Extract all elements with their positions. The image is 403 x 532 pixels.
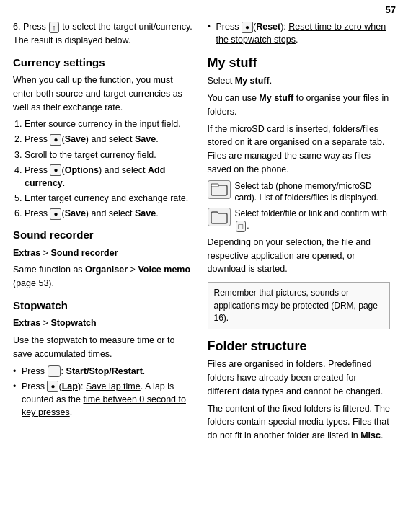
currency-step-3: Scroll to the target currency field. — [25, 148, 196, 161]
note-box: Remember that pictures, sounds or applic… — [208, 282, 391, 329]
confirm-icon: □ — [236, 221, 247, 232]
note-text: Remember that pictures, sounds or applic… — [214, 288, 378, 323]
right-column: Press ●(Reset): Reset time to zero when … — [208, 20, 391, 446]
stopwatch-bullets: Press : Start/Stop/Restart. Press ●(Lap)… — [13, 365, 196, 420]
dot-icon4: ● — [47, 381, 58, 392]
my-stuff-desc1: You can use My stuff to organise your fi… — [208, 92, 391, 119]
tab-icon-text: Select tab (phone memory/microSD card). … — [235, 180, 391, 205]
sound-recorder-desc: Same function as Organiser > Voice memo … — [13, 263, 196, 291]
sound-recorder-heading: Sound recorder — [13, 227, 196, 244]
dot-icon: ● — [50, 134, 61, 146]
up-arrow-icon: ↑ — [49, 22, 59, 33]
currency-step-5: Enter target currency and exchange rate. — [25, 192, 196, 205]
currency-step-4: Press ●(Options) and select Add currency… — [25, 164, 196, 190]
tab-icon — [208, 180, 231, 199]
stopwatch-bullet-1: Press : Start/Stop/Restart. — [13, 365, 196, 378]
icon-row-tab: Select tab (phone memory/microSD card). … — [208, 180, 391, 205]
sound-recorder-breadcrumb: Extras > Sound recorder — [13, 247, 196, 260]
reset-bullet-list: Press ●(Reset): Reset time to zero when … — [208, 20, 391, 46]
my-stuff-desc3: Depending on your selection, the file an… — [208, 236, 391, 276]
page-number: 57 — [386, 4, 396, 15]
currency-step-2: Press ●(Save) and select Save. — [25, 133, 196, 146]
currency-steps-list: Enter source currency in the input field… — [25, 118, 196, 220]
stopwatch-breadcrumb: Extras > Stopwatch — [13, 316, 196, 330]
reset-bullet: Press ●(Reset): Reset time to zero when … — [208, 20, 391, 46]
dot-icon3: ● — [50, 208, 61, 220]
start-stop-icon — [48, 365, 60, 377]
dot-icon2: ● — [50, 164, 61, 176]
currency-step-6: Press ●(Save) and select Save. — [25, 207, 196, 220]
currency-settings-heading: Currency settings — [13, 55, 196, 71]
stopwatch-bullet-2: Press ●(Lap): Save lap time. A lap is co… — [13, 380, 196, 419]
folder-structure-desc2: The content of the fixed folders is filt… — [208, 402, 391, 443]
dot-icon5: ● — [242, 22, 253, 33]
left-column: 6. Press ↑ to select the target unit/cur… — [13, 20, 196, 446]
folder-icon-text: Select folder/file or link and confirm w… — [235, 208, 391, 232]
currency-settings-intro: When you call up the function, you must … — [13, 74, 196, 114]
svg-rect-1 — [211, 184, 218, 187]
folder-structure-heading: Folder structure — [208, 337, 391, 356]
stopwatch-heading: Stopwatch — [13, 298, 196, 314]
my-stuff-heading: My stuff — [208, 53, 391, 73]
currency-step-1: Enter source currency in the input field… — [25, 118, 196, 130]
item6-text: 6. Press ↑ to select the target unit/cur… — [13, 20, 196, 48]
folder-structure-desc1: Files are organised in folders. Predefin… — [208, 358, 391, 398]
my-stuff-select: Select My stuff. — [208, 74, 391, 88]
my-stuff-desc2: If the microSD card is inserted, folders… — [208, 123, 391, 177]
icon-row-folder: Select folder/file or link and confirm w… — [208, 208, 391, 232]
stopwatch-desc: Use the stopwatch to measure time or to … — [13, 334, 196, 361]
folder-icon — [208, 208, 231, 226]
